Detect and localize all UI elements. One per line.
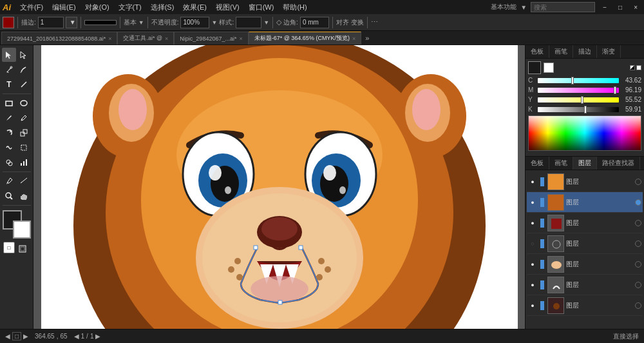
direct-select-tool[interactable] bbox=[17, 48, 31, 62]
background-color[interactable] bbox=[13, 220, 31, 239]
ellipse-tool[interactable] bbox=[17, 96, 31, 110]
canvas-area[interactable] bbox=[33, 45, 525, 329]
scale-tool[interactable] bbox=[17, 126, 31, 140]
layer-4-target[interactable] bbox=[635, 240, 641, 247]
warp-tool[interactable] bbox=[2, 141, 16, 155]
type-tool[interactable]: T bbox=[2, 77, 16, 92]
layers-tab-layers[interactable]: 图层 bbox=[573, 157, 597, 170]
layer-6-visibility[interactable]: ● bbox=[528, 280, 537, 289]
menu-select[interactable]: 选择(S) bbox=[147, 1, 178, 14]
layer-item-2[interactable]: ● 图层 bbox=[527, 192, 643, 213]
hand-tool[interactable] bbox=[17, 189, 31, 203]
layer-1-target[interactable] bbox=[635, 179, 641, 185]
pen-tool[interactable] bbox=[2, 63, 16, 77]
tab-4-close[interactable]: × bbox=[352, 35, 355, 42]
y-slider[interactable] bbox=[538, 97, 619, 103]
opacity-dropdown-icon[interactable]: ▼ bbox=[211, 19, 217, 26]
panel-tab-brushes[interactable]: 画笔 bbox=[549, 45, 573, 58]
freeform-pen-tool[interactable] bbox=[17, 63, 31, 77]
zoom-tool[interactable] bbox=[2, 189, 16, 203]
tab-more-button[interactable]: » bbox=[361, 32, 373, 44]
layer-item-4[interactable]: ○ 图层 bbox=[527, 233, 643, 254]
search-input[interactable] bbox=[531, 2, 595, 12]
style-input[interactable] bbox=[236, 17, 261, 28]
line-tool[interactable] bbox=[17, 77, 31, 92]
rectangle-tool[interactable] bbox=[2, 96, 16, 110]
layer-5-target[interactable] bbox=[635, 261, 641, 268]
graph-tool[interactable] bbox=[17, 155, 31, 170]
layer-7-target[interactable] bbox=[635, 302, 641, 309]
style-dropdown-icon[interactable]: ▼ bbox=[263, 19, 269, 26]
fill-color-box[interactable] bbox=[3, 17, 14, 28]
layer-item-6[interactable]: ● 图层 bbox=[527, 275, 643, 295]
layer-item-1[interactable]: ● 图层 bbox=[527, 172, 643, 192]
color-spectrum[interactable] bbox=[528, 115, 641, 151]
tab-1-close[interactable]: × bbox=[108, 35, 111, 42]
tab-3[interactable]: Nipic_29842067_...ai* × bbox=[174, 32, 248, 44]
shape-builder-tool[interactable] bbox=[2, 155, 16, 170]
menu-effect[interactable]: 效果(E) bbox=[179, 1, 211, 14]
menu-edit[interactable]: 编辑(E) bbox=[48, 1, 80, 14]
minimize-button[interactable]: − bbox=[599, 3, 611, 12]
workspace-dropdown-icon[interactable]: ▼ bbox=[520, 4, 527, 11]
menu-view[interactable]: 视图(V) bbox=[212, 1, 243, 14]
menu-object[interactable]: 对象(O) bbox=[81, 1, 113, 14]
layer-item-5[interactable]: ● 图层 bbox=[527, 254, 643, 275]
layer-6-target[interactable] bbox=[635, 282, 641, 288]
color-none-icon[interactable] bbox=[630, 65, 635, 70]
tab-4[interactable]: 未标题-67* @ 364.65% (CMYK/预览) × bbox=[249, 32, 361, 44]
paintbrush-tool[interactable] bbox=[2, 111, 16, 125]
layer-3-target[interactable] bbox=[635, 220, 641, 226]
k-slider[interactable] bbox=[538, 107, 619, 112]
panel-tab-gradient[interactable]: 渐变 bbox=[597, 45, 621, 58]
normal-mode[interactable]: □ bbox=[3, 242, 15, 253]
tab-2[interactable]: 交通工具.ai* @ × bbox=[117, 32, 174, 44]
select-tool[interactable] bbox=[2, 48, 16, 62]
free-transform-tool[interactable] bbox=[17, 141, 31, 155]
menu-window[interactable]: 窗口(W) bbox=[245, 1, 278, 14]
screen-mode[interactable] bbox=[15, 242, 30, 256]
layer-1-visibility[interactable]: ● bbox=[528, 177, 537, 186]
layer-7-visibility[interactable]: ● bbox=[528, 301, 537, 310]
tab-2-close[interactable]: × bbox=[165, 35, 168, 42]
svg-point-45 bbox=[251, 276, 308, 302]
m-slider[interactable] bbox=[538, 88, 619, 93]
prev-artboard-btn[interactable]: ◀ bbox=[5, 333, 10, 340]
color-fg-swatch[interactable] bbox=[528, 61, 541, 74]
more-options-icon[interactable]: ⋯ bbox=[371, 18, 378, 26]
eyedropper-tool[interactable] bbox=[2, 174, 16, 188]
prev-page-btn[interactable]: ◀ bbox=[74, 333, 79, 340]
next-artboard-btn[interactable]: ▶ bbox=[23, 333, 28, 340]
pencil-tool[interactable] bbox=[17, 111, 31, 125]
menu-text[interactable]: 文字(T) bbox=[115, 1, 146, 14]
color-white-icon[interactable] bbox=[636, 65, 641, 70]
layers-tab-pathfinder[interactable]: 路径查找器 bbox=[597, 157, 640, 170]
layer-3-visibility[interactable]: ● bbox=[528, 219, 537, 228]
color-bg-swatch[interactable] bbox=[544, 63, 554, 73]
layer-item-7[interactable]: ● 图层 bbox=[527, 295, 643, 316]
panel-tab-opacity[interactable]: 描边 bbox=[573, 45, 597, 58]
corner-value-input[interactable] bbox=[300, 17, 329, 28]
layer-item-3[interactable]: ● 图层 bbox=[527, 213, 643, 233]
close-button[interactable]: × bbox=[630, 3, 641, 12]
brush-dropdown-icon[interactable]: ▼ bbox=[138, 19, 144, 26]
layers-tab-brush[interactable]: 画笔 bbox=[549, 157, 573, 170]
rotate-tool[interactable] bbox=[2, 126, 16, 140]
layers-tab-swatches[interactable]: 色板 bbox=[526, 157, 549, 170]
next-page-btn[interactable]: ▶ bbox=[95, 333, 100, 340]
layer-5-visibility[interactable]: ● bbox=[528, 260, 537, 269]
panel-tab-swatches[interactable]: 色板 bbox=[526, 45, 549, 58]
maximize-button[interactable]: □ bbox=[614, 3, 626, 12]
tab-1[interactable]: 27299441_2018061322088854088.ai* × bbox=[1, 32, 117, 44]
c-slider[interactable] bbox=[538, 78, 619, 83]
layer-4-visibility[interactable]: ○ bbox=[528, 239, 537, 248]
stroke-size-input[interactable] bbox=[38, 17, 64, 28]
stroke-unit-dropdown[interactable]: ▼ bbox=[66, 17, 77, 28]
layer-2-visibility[interactable]: ● bbox=[528, 198, 537, 207]
measure-tool[interactable] bbox=[17, 174, 31, 188]
layer-2-target[interactable] bbox=[635, 199, 641, 206]
menu-help[interactable]: 帮助(H) bbox=[279, 1, 310, 14]
opacity-input[interactable] bbox=[180, 17, 209, 28]
menu-file[interactable]: 文件(F) bbox=[16, 1, 47, 14]
tab-3-close[interactable]: × bbox=[239, 35, 242, 42]
